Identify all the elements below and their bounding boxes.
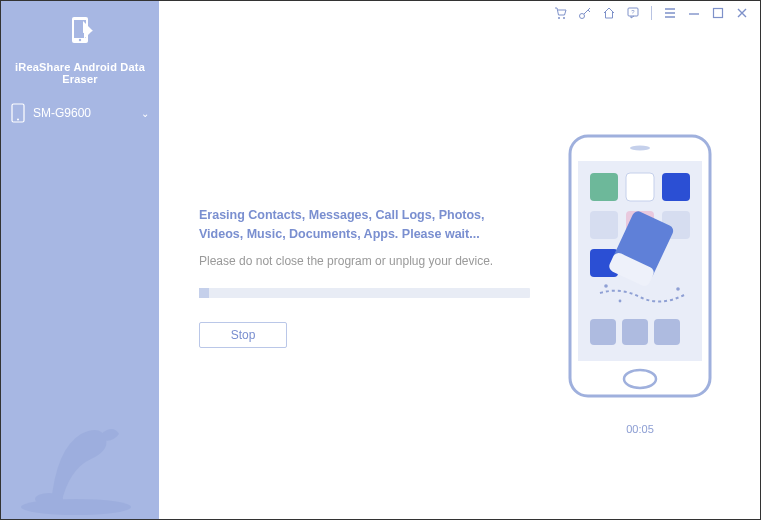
warning-text: Please do not close the program or unplu… [199,254,530,268]
main-area: ? Erasing Contacts, Messages, Call Logs,… [159,1,760,519]
svg-rect-30 [590,319,616,345]
maximize-button[interactable] [710,5,726,21]
chevron-down-icon: ⌄ [141,108,149,119]
phone-icon [11,103,25,123]
elapsed-timer: 00:05 [550,423,730,435]
menu-icon[interactable] [662,5,678,21]
svg-rect-21 [590,211,618,239]
separator [651,6,652,20]
svg-point-2 [79,39,81,41]
device-name: SM-G9600 [33,106,141,120]
svg-point-17 [624,370,656,388]
key-icon[interactable] [577,5,593,21]
svg-point-27 [604,284,608,288]
svg-point-16 [630,146,650,151]
cart-icon[interactable] [553,5,569,21]
logo-area [1,1,159,59]
progress-bar [199,288,530,298]
device-selector[interactable]: SM-G9600 ⌄ [1,95,159,131]
titlebar: ? [553,5,750,21]
erasing-status: Erasing Contacts, Messages, Call Logs, P… [199,206,530,348]
sidebar: iReaShare Android Data Eraser SM-G9600 ⌄ [1,1,159,519]
app-window: iReaShare Android Data Eraser SM-G9600 ⌄ [0,0,761,520]
svg-rect-31 [622,319,648,345]
sidebar-decoration [1,379,159,519]
minimize-button[interactable] [686,5,702,21]
svg-point-10 [580,14,585,19]
svg-point-29 [619,300,622,303]
svg-text:?: ? [631,9,635,15]
phone-illustration: 00:05 [550,131,730,435]
close-button[interactable] [734,5,750,21]
home-icon[interactable] [601,5,617,21]
svg-rect-18 [590,173,618,201]
feedback-icon[interactable]: ? [625,5,641,21]
svg-point-5 [17,119,19,121]
svg-point-9 [563,17,565,19]
svg-rect-13 [714,9,723,18]
svg-rect-20 [662,173,690,201]
stop-button[interactable]: Stop [199,322,287,348]
svg-rect-32 [654,319,680,345]
app-logo-icon [62,13,98,49]
svg-point-7 [35,493,63,505]
progress-fill [199,288,209,298]
svg-point-28 [676,287,680,291]
svg-rect-19 [626,173,654,201]
svg-point-8 [558,17,560,19]
app-title: iReaShare Android Data Eraser [1,59,159,95]
status-text: Erasing Contacts, Messages, Call Logs, P… [199,206,530,244]
